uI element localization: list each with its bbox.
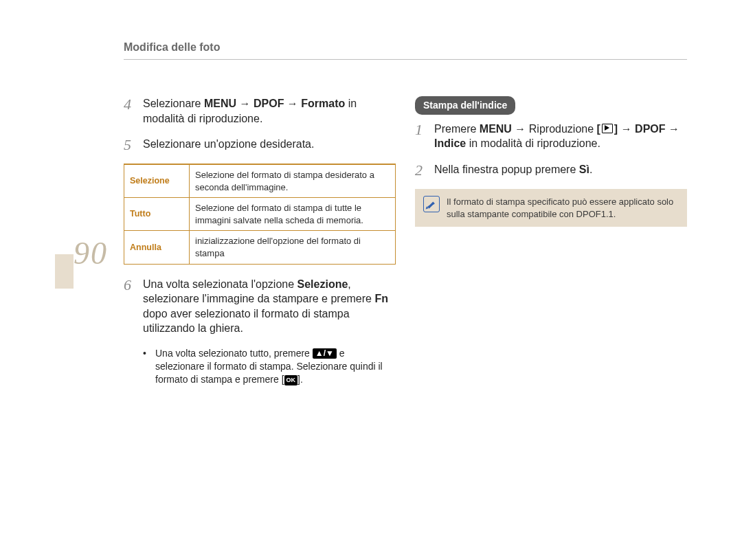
section-title: Modifica delle foto bbox=[124, 40, 687, 60]
table-row: Annulla inizializzazione dell'opzione de… bbox=[124, 231, 396, 264]
option-desc: Selezione del formato di stampa di tutte… bbox=[190, 198, 396, 231]
updown-chip: ▲/▼ bbox=[313, 348, 337, 359]
note-box: Il formato di stampa specificato può ess… bbox=[415, 189, 687, 227]
sub-bullet: • Una volta selezionato tutto, premere ▲… bbox=[124, 347, 396, 386]
step-text: Una volta selezionata l'opzione Selezion… bbox=[143, 277, 396, 336]
step-text: Nella finestra popup premere Sì. bbox=[434, 162, 687, 178]
step-5: 5 Selezionare un'opzione desiderata. bbox=[124, 137, 396, 153]
step-number: 5 bbox=[124, 137, 136, 153]
ok-chip: OK bbox=[284, 375, 298, 385]
page-number: 90 bbox=[74, 232, 108, 275]
step-4: 4 Selezionare MENU → DPOF → Formato in m… bbox=[124, 96, 396, 126]
left-column: 4 Selezionare MENU → DPOF → Formato in m… bbox=[124, 96, 396, 386]
step-number: 6 bbox=[124, 277, 136, 336]
step-text: Premere MENU → Riproduzione [] → DPOF → … bbox=[434, 122, 687, 151]
right-column: Stampa dell'indice 1 Premere MENU → Ripr… bbox=[415, 96, 687, 386]
step-2: 2 Nella finestra popup premere Sì. bbox=[415, 162, 687, 178]
bullet-icon: • bbox=[143, 347, 148, 386]
step-text: Selezionare MENU → DPOF → Formato in mod… bbox=[143, 96, 396, 126]
step-number: 4 bbox=[124, 96, 136, 126]
option-name: Annulla bbox=[124, 231, 190, 264]
table-row: Selezione Selezione del formato di stamp… bbox=[124, 164, 396, 198]
note-icon bbox=[423, 196, 440, 212]
manual-page: 90 Modifica delle foto 4 Selezionare MEN… bbox=[0, 0, 742, 560]
option-desc: Selezione del formato di stampa desidera… bbox=[190, 164, 396, 198]
step-number: 2 bbox=[415, 162, 427, 178]
step-6: 6 Una volta selezionata l'opzione Selezi… bbox=[124, 277, 396, 336]
step-number: 1 bbox=[415, 122, 427, 151]
options-table: Selezione Selezione del formato di stamp… bbox=[124, 164, 396, 264]
content-columns: 4 Selezionare MENU → DPOF → Formato in m… bbox=[124, 96, 687, 386]
option-name: Tutto bbox=[124, 198, 190, 231]
side-tab bbox=[55, 254, 74, 289]
option-desc: inizializzazione dell'opzione del format… bbox=[190, 231, 396, 264]
bullet-text: Una volta selezionato tutto, premere ▲/▼… bbox=[155, 347, 396, 386]
play-icon bbox=[602, 124, 613, 133]
table-row: Tutto Selezione del formato di stampa di… bbox=[124, 198, 396, 231]
note-text: Il formato di stampa specificato può ess… bbox=[447, 196, 679, 220]
step-text: Selezionare un'opzione desiderata. bbox=[143, 137, 396, 153]
step-1: 1 Premere MENU → Riproduzione [] → DPOF … bbox=[415, 122, 687, 151]
option-name: Selezione bbox=[124, 164, 190, 198]
subsection-pill: Stampa dell'indice bbox=[415, 96, 515, 115]
